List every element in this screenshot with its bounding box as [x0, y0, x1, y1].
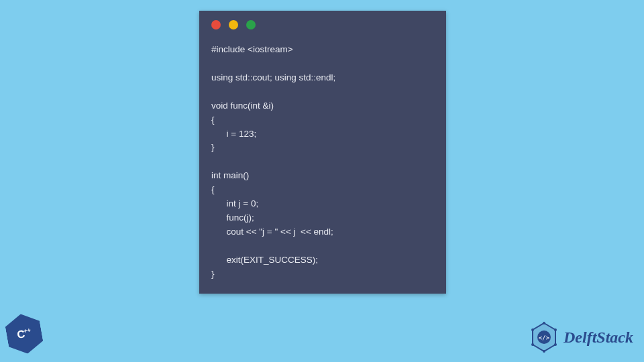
- svg-point-7: [543, 350, 545, 353]
- svg-point-8: [531, 343, 534, 346]
- code-block: #include <iostream> using std::cout; usi…: [211, 43, 434, 282]
- svg-point-6: [554, 343, 557, 346]
- code-window: #include <iostream> using std::cout; usi…: [199, 11, 446, 294]
- svg-point-5: [554, 328, 557, 331]
- close-icon: [211, 20, 221, 29]
- cpp-language-badge: C++: [7, 314, 47, 357]
- window-controls: [211, 20, 434, 29]
- svg-point-4: [543, 322, 545, 324]
- brand-name: DelftStack: [564, 328, 633, 347]
- brand-footer: </> DelftStack: [529, 322, 633, 353]
- cpp-plus: ++: [23, 326, 31, 335]
- cpp-hexagon-icon: C++: [3, 311, 45, 357]
- cpp-label: C++: [16, 326, 32, 341]
- maximize-icon: [246, 20, 256, 29]
- brand-logo-icon: </>: [529, 322, 559, 353]
- minimize-icon: [229, 20, 238, 29]
- svg-text:</>: </>: [539, 335, 550, 341]
- svg-point-9: [531, 328, 534, 331]
